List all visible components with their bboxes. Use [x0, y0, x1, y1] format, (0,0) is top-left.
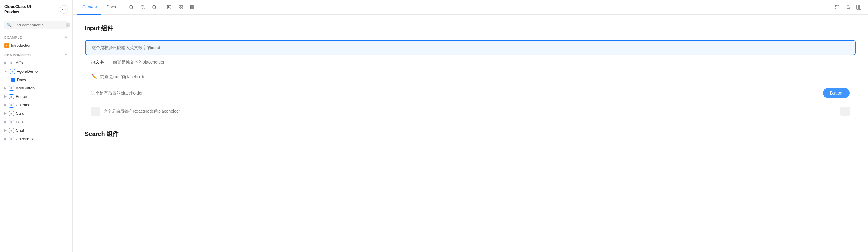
svg-rect-13	[179, 7, 180, 9]
tab-docs[interactable]: Docs	[101, 0, 121, 15]
calendar-icon: ⊞	[9, 103, 14, 108]
toolbar-divider-1	[124, 4, 124, 10]
suffix-button[interactable]: Button	[823, 88, 849, 98]
input-row-validated	[85, 40, 856, 55]
agorademo-icon: ⊞	[10, 69, 15, 74]
svg-rect-19	[859, 5, 861, 9]
input-section-title: Input 组件	[85, 24, 856, 32]
svg-rect-9	[167, 5, 171, 9]
main-area: Canvas Docs	[73, 0, 868, 252]
toolbar-divider-2	[162, 4, 162, 10]
affix-icon: ⊞	[9, 61, 14, 65]
sidebar-item-perf[interactable]: ▶ ⊞ Perf	[0, 118, 72, 126]
search-icon: 🔍	[7, 23, 11, 27]
components-section-label: COMPONENTS ⌃	[0, 50, 72, 59]
pencil-icon: ✏️	[91, 74, 97, 79]
input-row-react	[85, 102, 856, 120]
iconbutton-expand-icon: ▶	[4, 86, 7, 90]
checkbox-label: CheckBox	[16, 137, 34, 141]
introduction-label: Introduction	[11, 43, 31, 48]
perf-icon: ⊞	[9, 120, 14, 124]
toolbar: Canvas Docs	[73, 0, 868, 15]
view-icons	[165, 3, 196, 11]
sidebar-item-affix[interactable]: ▶ ⊞ Affix	[0, 59, 72, 67]
card-label: Card	[16, 111, 24, 116]
svg-point-10	[168, 6, 169, 7]
app-brand: CloudClass UI Preview	[4, 4, 31, 15]
chat-icon: ⊞	[9, 128, 14, 133]
example-section-label: EXAMPLE ✕	[0, 32, 72, 41]
image-view-button[interactable]	[165, 3, 174, 11]
perf-label: Perf	[16, 120, 23, 124]
fit-button[interactable]	[150, 3, 159, 11]
sidebar-item-agorademo[interactable]: ▼ ⊞ AgoraDemo	[0, 67, 72, 76]
sidebar-item-chat[interactable]: ▶ ⊞ Chat	[0, 126, 72, 135]
sidebar-item-card[interactable]: ▶ ⊞ Card	[0, 109, 72, 118]
suffixed-input[interactable]	[91, 90, 823, 95]
chat-label: Chat	[16, 128, 24, 133]
split-button[interactable]	[855, 3, 863, 11]
react-suffix-node	[840, 107, 849, 116]
search-section-title: Search 组件	[85, 130, 856, 138]
svg-line-5	[144, 8, 145, 9]
input-row-labeled: 纯文本	[85, 55, 856, 69]
react-node-input[interactable]	[103, 109, 837, 114]
grid-view-button[interactable]	[177, 3, 185, 11]
svg-rect-15	[190, 5, 194, 7]
search-input[interactable]	[13, 23, 64, 27]
icon-prefix-input[interactable]	[100, 74, 849, 79]
agorademo-expand-icon: ▼	[4, 70, 7, 73]
agorademo-label: AgoraDemo	[17, 69, 37, 74]
sidebar-item-calendar[interactable]: ▶ ⊞ Calendar	[0, 101, 72, 109]
affix-expand-icon: ▶	[4, 61, 7, 65]
layout-view-button[interactable]	[188, 3, 196, 11]
checkbox-icon: ⊞	[9, 137, 14, 141]
tab-bar: Canvas Docs	[78, 0, 121, 15]
sidebar: CloudClass UI Preview ··· 🔍 / EXAMPLE ✕ …	[0, 0, 73, 252]
input-demo-area: 纯文本 ✏️ Button	[85, 40, 856, 120]
calendar-label: Calendar	[16, 103, 32, 107]
svg-rect-14	[181, 7, 183, 9]
card-icon: ⊞	[9, 111, 14, 116]
chat-expand-icon: ▶	[4, 129, 7, 132]
fullscreen-button[interactable]	[833, 3, 841, 11]
iconbutton-icon: ⊞	[9, 86, 14, 90]
zoom-out-button[interactable]	[138, 3, 147, 11]
sidebar-header: CloudClass UI Preview ···	[0, 0, 72, 18]
button-expand-icon: ▶	[4, 94, 7, 99]
sidebar-item-checkbox[interactable]: ▶ ⊞ CheckBox	[0, 135, 72, 143]
sidebar-item-button[interactable]: ▶ ⊞ Button	[0, 92, 72, 101]
tab-canvas[interactable]: Canvas	[78, 0, 101, 15]
search-bar[interactable]: 🔍 /	[4, 21, 69, 29]
components-collapse-icon[interactable]: ⌃	[64, 53, 68, 58]
search-shortcut: /	[66, 23, 70, 27]
sidebar-item-iconbutton[interactable]: ▶ ⊞ IconButton	[0, 84, 72, 92]
input-row-with-button: Button	[85, 84, 856, 102]
svg-rect-16	[190, 7, 194, 8]
button-label: Button	[16, 94, 27, 99]
validated-input[interactable]	[92, 45, 849, 50]
svg-line-1	[132, 8, 133, 9]
zoom-in-button[interactable]	[127, 3, 135, 11]
example-collapse-icon[interactable]: ✕	[64, 35, 68, 40]
svg-rect-17	[190, 8, 194, 9]
svg-rect-18	[857, 5, 859, 9]
checkbox-expand-icon: ▶	[4, 137, 7, 141]
calendar-expand-icon: ▶	[4, 103, 7, 107]
docs-icon: ▪	[11, 78, 15, 82]
zoom-icons	[127, 3, 159, 11]
affix-label: Affix	[16, 61, 23, 65]
share-button[interactable]	[844, 3, 852, 11]
more-button[interactable]: ···	[60, 5, 68, 13]
sidebar-item-docs[interactable]: ▪ Docs	[0, 76, 72, 84]
svg-point-7	[153, 5, 156, 8]
content-area: Input 组件 纯文本 ✏️ Button	[73, 15, 868, 252]
button-icon: ⊞	[9, 94, 14, 99]
svg-line-8	[155, 8, 156, 9]
perf-expand-icon: ▶	[4, 120, 7, 124]
card-expand-icon: ▶	[4, 111, 7, 115]
svg-rect-11	[179, 5, 180, 7]
svg-rect-12	[181, 5, 183, 7]
sidebar-item-introduction[interactable]: ▪ Introduction	[0, 41, 72, 50]
plain-text-input[interactable]	[113, 60, 849, 64]
